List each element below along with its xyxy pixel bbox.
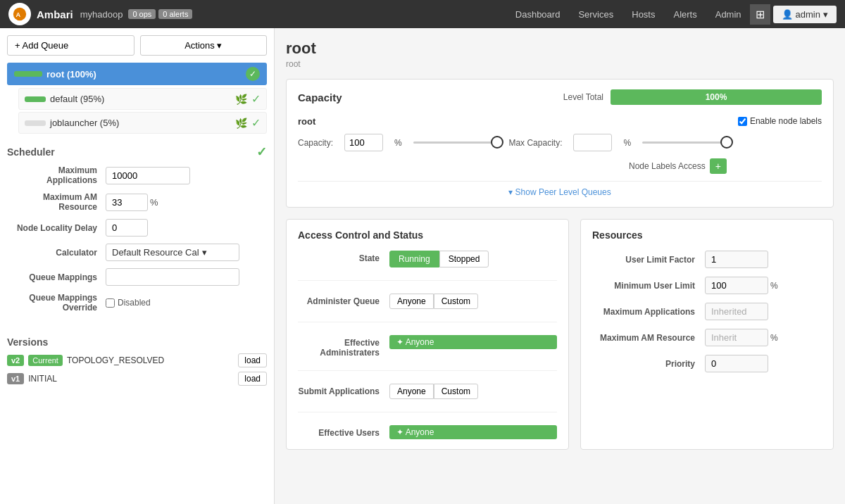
capacity-header: Capacity Level Total 100% [298,89,822,105]
add-queue-button[interactable]: + Add Queue [7,35,134,56]
administer-btn-group: Anyone Custom [389,294,557,309]
current-badge: Current [28,355,63,366]
queue-mappings-override-check[interactable] [106,298,115,308]
effective-users-tag: ✦ Anyone [389,425,557,439]
queue-mappings-override-row: Queue Mappings Override Disabled [7,293,267,313]
state-stopped-button[interactable]: Stopped [439,251,489,267]
queue-mappings-override-checkbox[interactable]: Disabled [106,298,151,308]
enable-node-labels-text: Enable node labels [750,116,822,126]
versions-section: Versions v2 Current TOPOLOGY_RESOLVED lo… [7,328,267,390]
state-row: State Running Stopped [298,251,557,281]
capacity-slider[interactable] [413,136,498,150]
state-running-button[interactable]: Running [389,251,439,267]
max-am-input[interactable] [106,194,148,211]
max-am-label: Maximum AM Resource [7,192,106,212]
calculator-select[interactable]: Default Resource Cal ▾ [106,244,239,261]
max-capacity-slider[interactable] [642,136,727,150]
priority-row: Priority [592,355,822,372]
administer-anyone-button[interactable]: Anyone [389,294,434,309]
queue-mappings-row: Queue Mappings [7,268,267,286]
queue-mappings-label: Queue Mappings [7,272,106,282]
resources-title: Resources [592,229,822,241]
load-button-v2[interactable]: load [238,353,267,367]
user-button[interactable]: 👤 admin ▾ [773,6,837,23]
administer-custom-button[interactable]: Custom [434,294,478,309]
max-capacity-slider-thumb[interactable] [720,136,733,149]
state-controls: Running Stopped [389,251,557,267]
nav-alerts[interactable]: Alerts [665,4,705,25]
max-am-res-label: Maximum AM Resource [592,333,705,343]
administer-queue-label: Administer Queue [298,294,389,306]
max-am-res-pct: % [770,333,778,343]
svg-text:A: A [16,11,21,18]
queue-default[interactable]: default (95%) 🌿 ✓ [18,88,267,110]
version-row-v1: v1 INITIAL load [7,372,267,386]
nav-services[interactable]: Services [570,4,622,25]
version-row-v2: v2 Current TOPOLOGY_RESOLVED load [7,353,267,367]
max-apps-res-input[interactable] [705,303,768,320]
queue-children: default (95%) 🌿 ✓ joblauncher (5%) 🌿 ✓ [7,88,267,136]
level-total-fill: 100% [611,89,822,105]
version-badge-v1: v1 [7,373,24,384]
load-button-v1[interactable]: load [238,372,267,386]
calculator-value: Default Resource Cal [112,247,199,258]
max-am-res-input[interactable] [705,329,768,346]
queue-root[interactable]: root (100%) ✓ [7,63,267,85]
effective-users-label: Effective Users [298,425,389,438]
capacity-input[interactable] [344,134,383,151]
enable-node-labels-check[interactable] [738,117,747,126]
max-am-res-group: % [705,329,778,346]
min-user-limit-row: Minimum User Limit % [592,277,822,294]
max-apps-res-row: Maximum Applications [592,303,822,320]
sidebar-top-buttons: + Add Queue Actions ▾ [7,35,267,56]
queue-joblauncher-icons: 🌿 ✓ [235,116,261,130]
node-labels-access-label: Node Labels Access [629,161,706,171]
nav-admin[interactable]: Admin [707,4,750,25]
access-card-title: Access Control and Status [298,229,557,241]
max-am-row: Maximum AM Resource % [7,192,267,212]
queue-mappings-override-label: Queue Mappings Override [7,293,106,313]
max-apps-input[interactable] [106,167,190,184]
queue-joblauncher-bar [25,120,46,126]
user-icon: 👤 [782,9,793,20]
submit-anyone-button[interactable]: Anyone [389,384,434,399]
resources-card: Resources User Limit Factor Minimum User… [580,219,834,450]
enable-node-labels-container: Enable node labels [738,116,822,126]
actions-button[interactable]: Actions ▾ [140,35,268,56]
priority-input[interactable] [705,355,768,372]
access-control-card: Access Control and Status State Running … [286,219,569,450]
user-limit-factor-input[interactable] [705,251,768,268]
enable-node-labels-label[interactable]: Enable node labels [738,116,822,126]
submit-custom-button[interactable]: Custom [434,384,478,399]
leaf-icon: 🌿 [235,118,247,129]
queue-mappings-input[interactable] [106,268,239,286]
show-peer-queues-link[interactable]: ▾ Show Peer Level Queues [298,181,822,197]
max-am-pct: % [150,197,158,208]
queue-root-name: root (100%) [46,69,246,80]
queue-root-bar [14,71,42,77]
app-name: Ambari [37,8,73,20]
queue-joblauncher[interactable]: joblauncher (5%) 🌿 ✓ [18,112,267,134]
capacity-slider-track [413,141,498,144]
node-locality-label: Node Locality Delay [7,223,106,233]
version-name-v1: INITIAL [28,374,234,384]
user-dropdown-icon: ▾ [823,9,828,20]
priority-label: Priority [592,359,705,369]
max-capacity-input[interactable] [573,134,612,151]
page-title: root [286,39,834,58]
min-user-limit-label: Minimum User Limit [592,281,705,291]
topnav: A Ambari myhadoop 0 ops 0 alerts Dashboa… [0,0,845,28]
calculator-row: Calculator Default Resource Cal ▾ [7,244,267,261]
nav-hosts[interactable]: Hosts [623,4,663,25]
submit-btn-group: Anyone Custom [389,384,557,399]
node-locality-input[interactable] [106,219,148,237]
user-limit-factor-row: User Limit Factor [592,251,822,268]
min-user-limit-input[interactable] [705,277,768,294]
nav-dashboard[interactable]: Dashboard [507,4,569,25]
capacity-title: Capacity [298,92,563,103]
capacity-card: Capacity Level Total 100% root Capacity:… [286,79,834,208]
capacity-slider-thumb[interactable] [491,136,503,149]
grid-button[interactable]: ⊞ [750,4,770,25]
node-labels-add-button[interactable]: + [710,158,727,174]
breadcrumb: root [286,59,834,69]
